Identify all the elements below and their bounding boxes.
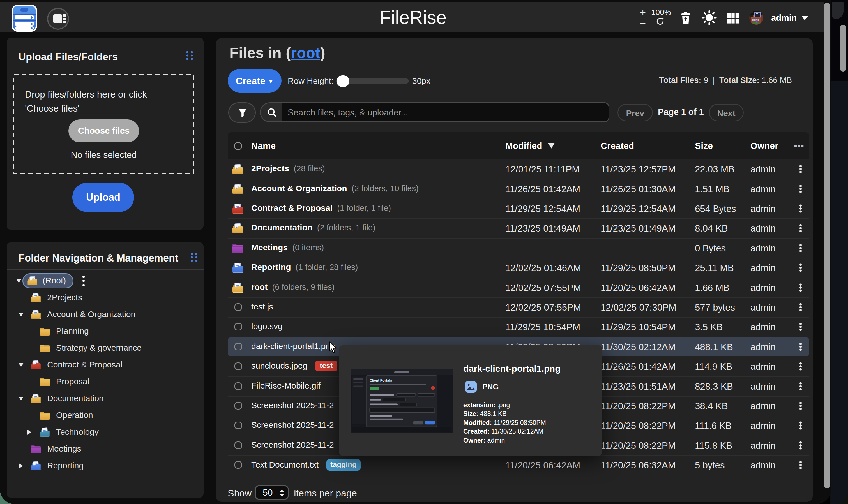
svg-text:Client Portals: Client Portals [370,378,392,382]
